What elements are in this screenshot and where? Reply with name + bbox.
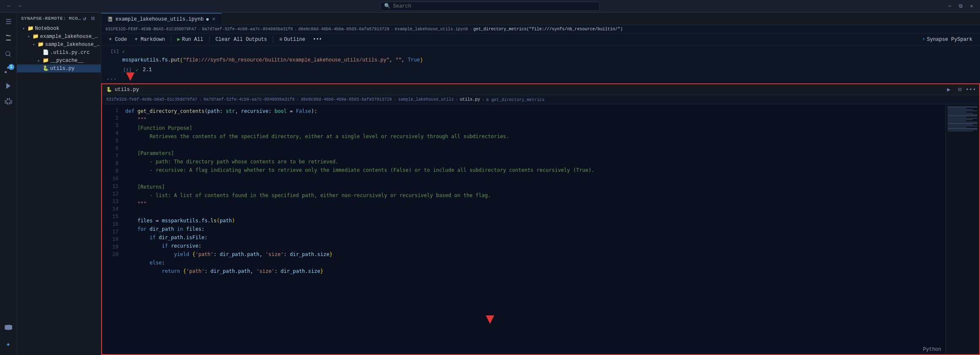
run-all-button[interactable]: ▶ Run All <box>174 35 207 44</box>
code-content-area[interactable]: def get_directory_contents(path: str, re… <box>121 104 945 354</box>
toolbar-divider-2 <box>209 36 210 43</box>
toolbar-right-area: ⚡ Synapse PySpark <box>919 35 976 44</box>
clear-outputs-button[interactable]: Clear All Outputs <box>212 35 270 44</box>
red-arrow-down-bottom <box>485 315 495 326</box>
activity-extensions-icon[interactable] <box>1 94 16 109</box>
titlebar-right: — ⧉ ✕ <box>945 2 980 11</box>
file-icon-utils: 🐍 <box>42 65 49 72</box>
tree-item-utils-crc[interactable]: 📄 .utils.py.crc <box>17 48 101 56</box>
code-line-1: def get_directory_contents(path: str, re… <box>125 107 941 115</box>
sidebar-header: SYNAPSE-REMOTE: MCOLE_LIBRARY_DE... ↺ ⊟ <box>17 13 101 24</box>
search-bar[interactable]: 🔍 <box>380 2 600 11</box>
tree-item-utils-py[interactable]: 🐍 utils.py <box>17 64 101 72</box>
sidebar: SYNAPSE-REMOTE: MCOLE_LIBRARY_DE... ↺ ⊟ … <box>17 13 101 355</box>
add-code-button[interactable]: + Code <box>105 35 130 44</box>
svg-marker-0 <box>128 83 137 85</box>
fb-sep5: › <box>482 97 485 102</box>
code-true: True <box>408 57 420 63</box>
activity-bar: ☰ 1 ✦ <box>0 13 17 355</box>
synapse-spark-button[interactable]: ⚡ Synapse PySpark <box>919 35 976 44</box>
outline-label: Outline <box>284 37 305 43</box>
code-line-5 <box>125 141 941 149</box>
fb-sep4: › <box>455 97 458 102</box>
code-line-13 <box>125 208 941 216</box>
cell-output-row: [1] ✓ 2.1 <box>101 66 980 74</box>
tab-close-button[interactable]: × <box>212 16 215 23</box>
file-breadcrumb: 631fe32d-fe8f-4e9b-b6a5-61c35dd79fa7 › 0… <box>102 95 979 104</box>
file-more-button[interactable]: ••• <box>967 85 975 94</box>
cell-bracket-label: [1] <box>106 49 119 54</box>
search-input[interactable] <box>393 3 596 9</box>
cell-output-value: 2.1 <box>143 67 152 73</box>
outline-icon: ≡ <box>279 37 282 43</box>
code-comma2: , <box>402 57 408 63</box>
add-markdown-label: + Markdown <box>135 37 165 43</box>
tree-item-example-lakehouse[interactable]: ▾ 📁 example_lakehouse_utils <box>17 32 101 40</box>
fb-file: utils.py <box>460 97 480 102</box>
activity-data-icon[interactable] <box>1 320 16 336</box>
outline-button[interactable]: ≡ Outline <box>276 35 309 44</box>
activity-search-icon[interactable] <box>1 46 16 61</box>
bc-guid1: 631FE32D-FE8F-4E9B-B6A5-61C35DD79FA7 <box>105 27 197 32</box>
nav-buttons: ← → <box>4 2 24 11</box>
restore-button[interactable]: ⧉ <box>956 2 965 11</box>
tab-notebook-icon: 📓 <box>107 16 113 22</box>
activity-explorer-icon[interactable] <box>1 30 16 45</box>
code-line-15: for dir_path in files: <box>125 225 941 233</box>
file-editor-tab: 🐍 utils.py <box>106 87 139 93</box>
back-button[interactable]: ← <box>4 2 13 11</box>
tabs-bar: 📓 example_lakehouse_utils.ipynb × <box>101 13 980 25</box>
file-run-button[interactable]: ▶ <box>945 85 953 94</box>
folder-icon-notebook: 📁 <box>27 25 34 32</box>
bc-guid3: d6e0c88d-46b6-4b0a-85d3-6afa57913729 <box>298 27 389 32</box>
activity-bar-bottom: ✦ <box>1 320 16 355</box>
code-line-17: if recursive: <box>125 242 941 250</box>
editor-area: 📓 example_lakehouse_utils.ipynb × 631FE3… <box>101 13 980 355</box>
sidebar-collapse-icon[interactable]: ⊟ <box>90 15 97 22</box>
file-editor-header: 🐍 utils.py ▶ ⊟ ••• <box>102 84 979 95</box>
tree-item-sample-lakehouse[interactable]: ▾ 📁 sample_lakehouse_utils <box>17 40 101 48</box>
close-button[interactable]: ✕ <box>967 2 976 11</box>
code-line-11: - list: A list of contents found in the … <box>125 191 941 200</box>
more-button[interactable]: ••• <box>310 35 326 44</box>
tree-item-pycache[interactable]: ▸ 📁 __pycache__ <box>17 56 101 64</box>
tab-notebook[interactable]: 📓 example_lakehouse_utils.ipynb × <box>101 13 222 25</box>
cell-output-label: [1] <box>123 67 132 72</box>
code-editor: 1 2 3 4 5 6 7 8 9 10 11 12 13 14 15 16 1 <box>102 104 979 354</box>
code-line-19: else: <box>125 259 941 267</box>
search-icon: 🔍 <box>384 3 390 9</box>
code-line-12: """ <box>125 200 941 208</box>
toolbar-divider-1 <box>171 36 171 43</box>
line-numbers: 1 2 3 4 5 6 7 8 9 10 11 12 13 14 15 16 1 <box>102 104 121 354</box>
code-put: put <box>171 57 180 63</box>
fb-sep1: › <box>199 97 202 102</box>
fb-func: ⚙ get_directory_metrics <box>486 97 544 102</box>
add-markdown-button[interactable]: + Markdown <box>131 35 168 44</box>
code-fs: fs <box>162 57 168 63</box>
tab-notebook-label: example_lakehouse_utils.ipynb <box>116 16 204 22</box>
tree-arrow-example: ▾ <box>25 34 32 39</box>
bc-function: get_directory_metrics("file:///synfs/nb_… <box>474 27 623 32</box>
activity-synapse-icon[interactable]: ✦ <box>1 336 16 352</box>
code-line-20: return {'path': dir_path.path, 'size': d… <box>125 267 941 275</box>
activity-run-icon[interactable] <box>1 78 16 93</box>
tree-arrow-pycache: ▸ <box>35 58 42 63</box>
tree-label-crc: .utils.py.crc <box>50 50 90 56</box>
sidebar-refresh-icon[interactable]: ↺ <box>81 15 88 22</box>
source-control-badge: 1 <box>8 64 14 70</box>
folder-icon-sample: 📁 <box>37 41 44 48</box>
activity-source-control-icon[interactable]: 1 <box>1 62 16 77</box>
activity-menu-icon[interactable]: ☰ <box>1 14 16 29</box>
file-split-button[interactable]: ⊟ <box>956 85 964 94</box>
cell-check-icon: ✓ <box>122 49 125 54</box>
tree-arrow-notebook: ▾ <box>20 26 27 31</box>
run-all-label: Run All <box>182 37 203 43</box>
forward-button[interactable]: → <box>15 2 24 11</box>
tree-item-notebook[interactable]: ▾ 📁 Notebook <box>17 24 101 32</box>
fb-guid3: d6e0c88d-46b6-4b0a-85d3-6afa57913729 <box>301 97 392 102</box>
fb-folder: sample_lakehouse_utils <box>398 97 454 102</box>
minimize-button[interactable]: — <box>945 2 954 11</box>
fb-guid2: 0a7d7aef-52fe-4cb9-aa7c-954095ba31f6 <box>204 97 295 102</box>
file-editor-panel: 🐍 utils.py ▶ ⊟ ••• 631fe32d-fe8f-4e9b-b6… <box>101 83 980 355</box>
file-icon-crc: 📄 <box>42 49 49 56</box>
